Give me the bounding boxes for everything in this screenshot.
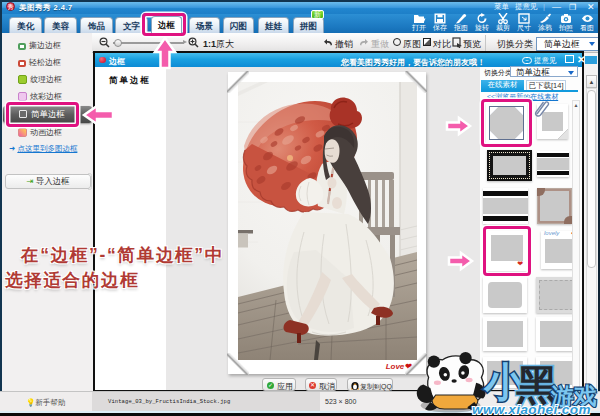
svg-text:www.xiaohei.com: www.xiaohei.com: [472, 402, 591, 416]
